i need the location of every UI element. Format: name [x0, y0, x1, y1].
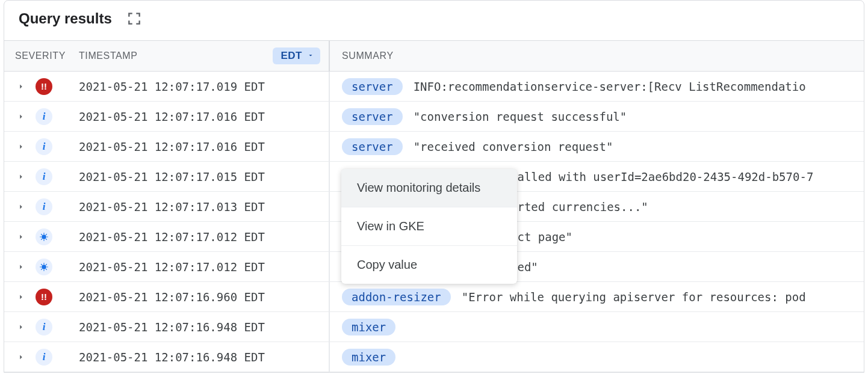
cell-severity: i: [4, 319, 70, 335]
cell-timestamp: 2021-05-21 12:07:17.012 EDT: [70, 222, 329, 251]
severity-info-icon: i: [36, 349, 52, 366]
severity-error-icon: !!: [36, 289, 52, 305]
context-menu-item[interactable]: Copy value: [341, 246, 517, 284]
cell-summary: mixer: [329, 342, 864, 372]
svg-point-0: [42, 234, 46, 239]
severity-debug-icon: [36, 228, 52, 245]
cell-severity: i: [4, 108, 70, 125]
cell-summary: server"conversion request successful": [329, 102, 864, 131]
svg-point-1: [42, 265, 46, 269]
cell-summary: addon-resizer"Error while querying apise…: [329, 282, 864, 311]
fullscreen-icon[interactable]: [126, 11, 142, 26]
log-message: "conversion request successful": [414, 110, 627, 123]
severity-error-icon: !!: [36, 78, 52, 95]
cell-timestamp: 2021-05-21 12:07:17.012 EDT: [70, 252, 329, 281]
source-chip[interactable]: server: [342, 138, 403, 155]
source-chip[interactable]: addon-resizer: [342, 289, 451, 305]
log-row[interactable]: i2021-05-21 12:07:16.948 EDTmixer: [4, 312, 864, 342]
expand-row-icon[interactable]: [15, 261, 27, 273]
cell-summary: server"received conversion request": [329, 132, 864, 161]
cell-severity: i: [4, 138, 70, 155]
context-menu: View monitoring detailsView in GKECopy v…: [341, 169, 517, 284]
log-row[interactable]: i2021-05-21 12:07:17.016 EDTserver"recei…: [4, 132, 864, 162]
log-row[interactable]: i2021-05-21 12:07:17.016 EDTserver"conve…: [4, 102, 864, 132]
table-header: SEVERITY TIMESTAMP EDT SUMMARY: [4, 40, 864, 72]
col-header-severity[interactable]: SEVERITY: [4, 51, 70, 61]
log-message: "Error while querying apiserver for reso…: [462, 290, 806, 304]
expand-row-icon[interactable]: [15, 81, 27, 93]
caret-down-icon: [307, 50, 314, 62]
expand-row-icon[interactable]: [15, 351, 27, 363]
cell-timestamp: 2021-05-21 12:07:17.019 EDT: [70, 72, 329, 101]
cell-summary: mixer: [329, 312, 864, 341]
severity-info-icon: i: [36, 168, 52, 185]
severity-info-icon: i: [36, 319, 52, 335]
col-header-timestamp-label[interactable]: TIMESTAMP: [79, 51, 138, 61]
log-message: orted currencies...": [510, 200, 648, 213]
log-row[interactable]: !!2021-05-21 12:07:16.960 EDTaddon-resiz…: [4, 282, 864, 312]
log-row[interactable]: i2021-05-21 12:07:16.948 EDTmixer: [4, 342, 864, 372]
severity-info-icon: i: [36, 138, 52, 155]
cell-severity: [4, 259, 70, 275]
cell-timestamp: 2021-05-21 12:07:16.960 EDT: [70, 282, 329, 311]
cell-severity: !!: [4, 289, 70, 305]
expand-row-icon[interactable]: [15, 201, 27, 213]
cell-timestamp: 2021-05-21 12:07:17.015 EDT: [70, 162, 329, 191]
cell-timestamp: 2021-05-21 12:07:17.016 EDT: [70, 132, 329, 161]
expand-row-icon[interactable]: [15, 231, 27, 243]
severity-info-icon: i: [36, 108, 52, 125]
cell-severity: [4, 228, 70, 245]
expand-row-icon[interactable]: [15, 141, 27, 153]
source-chip[interactable]: server: [342, 78, 403, 95]
cell-summary: serverINFO:recommendationservice-server:…: [329, 72, 864, 101]
cell-timestamp: 2021-05-21 12:07:16.948 EDT: [70, 312, 329, 341]
severity-debug-icon: [36, 259, 52, 275]
context-menu-item[interactable]: View in GKE: [341, 207, 517, 246]
cell-timestamp: 2021-05-21 12:07:17.016 EDT: [70, 102, 329, 131]
timezone-label: EDT: [281, 50, 303, 62]
source-chip[interactable]: mixer: [342, 319, 395, 335]
cell-timestamp: 2021-05-21 12:07:17.013 EDT: [70, 192, 329, 221]
log-message: INFO:recommendationservice-server:[Recv …: [414, 80, 806, 93]
cell-timestamp: 2021-05-21 12:07:16.948 EDT: [70, 342, 329, 372]
panel-title: Query results: [19, 10, 112, 27]
cell-severity: i: [4, 168, 70, 185]
timezone-dropdown[interactable]: EDT: [273, 47, 321, 64]
context-menu-item[interactable]: View monitoring details: [341, 169, 517, 207]
source-chip[interactable]: mixer: [342, 349, 395, 366]
col-header-timestamp: TIMESTAMP EDT: [70, 41, 329, 71]
cell-severity: i: [4, 198, 70, 215]
source-chip[interactable]: server: [342, 108, 403, 125]
expand-row-icon[interactable]: [15, 321, 27, 333]
log-message: uct page": [510, 230, 572, 243]
log-message: called with userId=2ae6bd20-2435-492d-b5…: [510, 170, 813, 183]
log-message: "received conversion request": [414, 140, 613, 153]
expand-row-icon[interactable]: [15, 291, 27, 303]
cell-severity: i: [4, 349, 70, 366]
expand-row-icon[interactable]: [15, 171, 27, 183]
severity-info-icon: i: [36, 198, 52, 215]
panel-header: Query results: [4, 1, 864, 40]
expand-row-icon[interactable]: [15, 111, 27, 123]
col-header-summary[interactable]: SUMMARY: [329, 41, 864, 71]
log-row[interactable]: !!2021-05-21 12:07:17.019 EDTserverINFO:…: [4, 72, 864, 102]
cell-severity: !!: [4, 78, 70, 95]
